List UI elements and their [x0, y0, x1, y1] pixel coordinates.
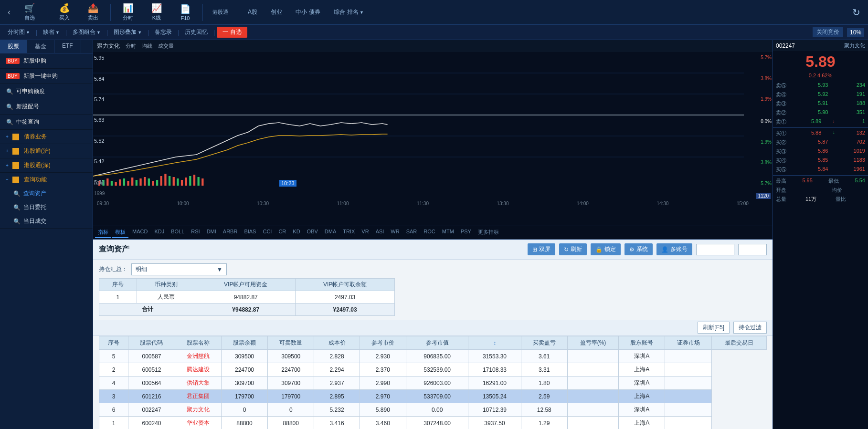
lock-btn[interactable]: 🔒 锁定 — [591, 243, 621, 255]
hrow-code: 002247 — [128, 403, 175, 417]
ind-tab-roc[interactable]: ROC — [421, 227, 438, 238]
tab-stocks[interactable]: 股票 — [0, 40, 27, 53]
nav-ganggu[interactable]: 港股通 — [207, 7, 234, 18]
hrow-pnlpct: 2.59 — [521, 390, 567, 403]
ind-tab-more[interactable]: 更多指标 — [475, 227, 502, 238]
toolbar-lishi[interactable]: 历史回忆 — [181, 27, 212, 37]
ind-tab-obv[interactable]: OBV — [304, 227, 321, 238]
guanbi-btn[interactable]: 关闭竞价 — [813, 27, 843, 37]
svg-rect-22 — [169, 176, 170, 186]
holdings-row-4[interactable]: 3 601216 君正集团 179700 179700 2.895 2.970 … — [99, 390, 767, 403]
asset-section: 持仓汇总： 明细 ▼ 序号 币种类别 VIP帐户可用资金 VIP帐户可取余额 — [93, 260, 773, 320]
sidebar-item-assets[interactable]: 🔍 查询资产 — [0, 187, 93, 200]
ind-tab-macd[interactable]: MACD — [129, 227, 150, 238]
nav-zhongxiao[interactable]: 中小 债券 — [290, 6, 326, 18]
sidebar-group-hk-sz[interactable]: + 港股通(深) — [0, 158, 93, 173]
holdings-row-3[interactable]: 4 000564 供销大集 309700 309700 2.937 2.990 … — [99, 377, 767, 390]
toolbar-tuxing[interactable]: 图形叠加 ▼ — [110, 27, 146, 37]
ind-tab-mtm[interactable]: MTM — [439, 227, 457, 238]
asset-row: 持仓汇总： 明细 ▼ — [99, 263, 767, 275]
hrow-sellable: 309500 — [268, 350, 314, 363]
ind-tab-kdj[interactable]: KDJ — [151, 227, 167, 238]
stat-low: 5.54 — [855, 178, 865, 185]
toolbar-sheng[interactable]: 缺省 ▼ — [39, 27, 64, 37]
refresh-toolbar-btn[interactable]: ↻ 刷新 — [559, 243, 587, 255]
ind-tab-sar[interactable]: SAR — [403, 227, 420, 238]
sidebar-item-trades[interactable]: 🔍 当日成交 — [0, 214, 93, 228]
ind-tab-psy[interactable]: PSY — [458, 227, 474, 238]
hrow-name[interactable]: 君正集团 — [175, 390, 221, 403]
multi-account-btn[interactable]: 👤 多账号 — [656, 243, 692, 255]
asset-row-1[interactable]: 1 人民币 94882.87 2497.03 — [99, 291, 395, 303]
sidebar-group-hk-sh[interactable]: + 港股通(沪) — [0, 144, 93, 158]
tab-etf[interactable]: ETF — [54, 40, 81, 53]
sidebar-item-hk-sz[interactable]: + 港股通(深) — [0, 158, 93, 172]
hrow-name[interactable]: 聚力文化 — [175, 403, 221, 417]
ind-tab-bias[interactable]: BIAS — [241, 227, 259, 238]
dual-screen-btn[interactable]: ⊞ 双屏 — [528, 243, 555, 255]
account-selector[interactable] — [738, 244, 767, 255]
svg-rect-25 — [181, 180, 183, 186]
svg-rect-20 — [160, 176, 162, 186]
sidebar-group-bonds[interactable]: + 债券业务 — [0, 130, 93, 144]
ind-tab-boll[interactable]: BOLL — [168, 227, 187, 238]
ind-tab-cci[interactable]: CCI — [260, 227, 275, 238]
sidebar-newstock[interactable]: BUY 新股申购 — [0, 53, 93, 69]
ind-tab-rsi[interactable]: RSI — [188, 227, 202, 238]
nav-f10[interactable]: 📄 F10 — [172, 2, 199, 23]
ind-tab-dmi[interactable]: DMI — [204, 227, 219, 238]
sidebar-item-orders[interactable]: 🔍 当日委托 — [0, 200, 93, 214]
ind-tab-arbr[interactable]: ARBR — [220, 227, 241, 238]
sidebar-item-hk-sh[interactable]: + 港股通(沪) — [0, 144, 93, 158]
hrow-name[interactable]: 供销大集 — [175, 377, 221, 390]
ind-tab-zhbiao[interactable]: 指标 — [95, 227, 111, 238]
ind-tab-cr[interactable]: CR — [275, 227, 289, 238]
nav-maimai[interactable]: 💰 买入 — [51, 1, 78, 23]
sidebar-item-bonds[interactable]: + 债券业务 — [0, 130, 93, 144]
hrow-code: 000564 — [128, 377, 175, 390]
hrow-name[interactable]: 金洲慈航 — [175, 350, 221, 363]
current-time-box: 10:23 — [279, 180, 296, 187]
sidebar-quota[interactable]: 🔍 可申购额度 — [0, 84, 93, 99]
toolbar-fenshi[interactable]: 分时图 ▼ — [4, 27, 34, 37]
holdings-row-5[interactable]: 6 002247 聚力文化 0 0 5.232 5.890 0.00 10712… — [99, 403, 767, 417]
nav-fenshi[interactable]: 📊 分时 — [115, 1, 141, 23]
nav-zonghe[interactable]: 综合 排名 ▼ — [328, 6, 370, 18]
sidebar-group-query[interactable]: − 查询功能 🔍 查询资产 🔍 当日委托 🔍 当日成交 — [0, 173, 93, 229]
tab-funds[interactable]: 基金 — [27, 40, 54, 53]
ind-tab-vr[interactable]: VR — [359, 227, 371, 238]
refresh-button[interactable]: ↻ — [848, 5, 864, 20]
ind-tab-wr[interactable]: WR — [388, 227, 402, 238]
sidebar-newstock-onekey[interactable]: BUY 新股一键申购 — [0, 69, 93, 84]
zixuan-active-btn[interactable]: 一 自选 — [217, 27, 247, 38]
nav-chuanye[interactable]: 创业 — [265, 6, 288, 18]
ind-tab-asi[interactable]: ASI — [373, 227, 387, 238]
hrow-market: 上海A — [619, 363, 665, 377]
hth-pnlpct: 盈亏率(%) — [567, 336, 618, 350]
back-button[interactable]: ‹ — [4, 5, 14, 19]
nav-kxian[interactable]: 📈 K线 — [143, 1, 170, 23]
ind-tab-kd[interactable]: KD — [290, 227, 303, 238]
sidebar-item-query[interactable]: − 查询功能 — [0, 173, 93, 187]
asset-select[interactable]: 明细 ▼ — [131, 263, 227, 275]
nav-zixuan[interactable]: 🛒 自选 — [16, 1, 43, 23]
system-btn[interactable]: ⚙ 系统 — [625, 243, 653, 255]
ind-tab-moban[interactable]: 模板 — [112, 227, 128, 238]
hrow-code: 601216 — [128, 390, 175, 403]
nav-maichu[interactable]: 📤 卖出 — [80, 1, 106, 23]
hrow-name[interactable]: 华业资本 — [175, 417, 221, 429]
folder-icon-query — [12, 177, 19, 183]
nav-agu[interactable]: A股 — [242, 6, 263, 18]
toolbar-duotu[interactable]: 多图组合 ▼ — [69, 27, 105, 37]
sidebar-lottery[interactable]: 🔍 中签查询 — [0, 115, 93, 130]
filter-holdings-btn[interactable]: 持仓过滤 — [733, 322, 767, 334]
holdings-row-1[interactable]: 5 000587 金洲慈航 309500 309500 2.828 2.930 … — [99, 350, 767, 363]
holdings-row-2[interactable]: 2 600512 腾达建设 224700 224700 2.294 2.370 … — [99, 363, 767, 377]
toolbar-beizhu[interactable]: 备忘录 — [151, 27, 176, 37]
ind-tab-trix[interactable]: TRIX — [340, 227, 358, 238]
ind-tab-dma[interactable]: DMA — [322, 227, 339, 238]
holdings-row-6[interactable]: 1 600240 华业资本 88800 88800 3.416 3.460 30… — [99, 417, 767, 429]
sidebar-alloc[interactable]: 🔍 新股配号 — [0, 99, 93, 115]
hrow-name[interactable]: 腾达建设 — [175, 363, 221, 377]
refresh-f5-btn[interactable]: 刷新[F5] — [698, 322, 730, 334]
